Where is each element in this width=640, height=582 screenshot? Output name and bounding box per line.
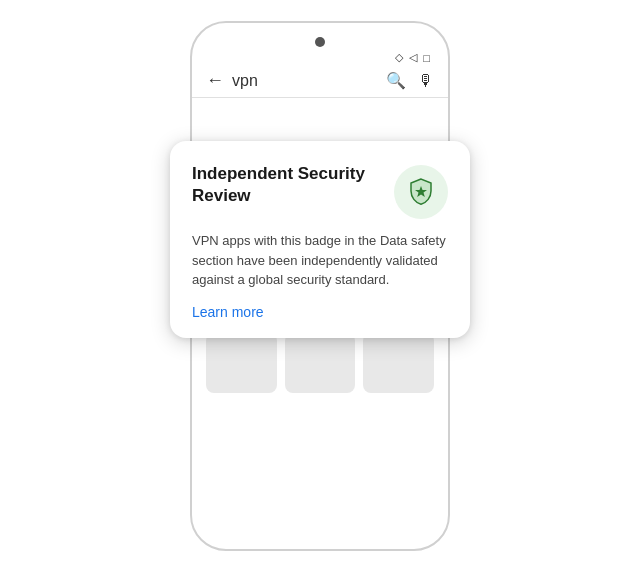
shield-star-icon xyxy=(405,176,437,208)
status-bar: ◇ ◁ □ xyxy=(192,47,448,64)
back-button[interactable]: ← xyxy=(206,70,224,91)
battery-icon: □ xyxy=(423,52,430,64)
card-row xyxy=(206,333,434,393)
security-badge xyxy=(394,165,448,219)
popup-body: VPN apps with this badge in the Data saf… xyxy=(192,231,448,290)
popup-top-row: Independent Security Review xyxy=(192,163,448,219)
popup-title: Independent Security Review xyxy=(192,163,380,207)
mic-icon[interactable]: 🎙 xyxy=(418,72,434,90)
network-icon: ◁ xyxy=(409,51,417,64)
search-icon[interactable]: 🔍 xyxy=(386,71,406,90)
popup-card: Independent Security Review VPN apps wit… xyxy=(170,141,470,338)
card-item-1 xyxy=(206,333,277,393)
card-item-2 xyxy=(285,333,356,393)
card-item-3 xyxy=(363,333,434,393)
learn-more-link[interactable]: Learn more xyxy=(192,304,448,320)
search-action-icons: 🔍 🎙 xyxy=(386,71,434,90)
search-bar[interactable]: ← vpn 🔍 🎙 xyxy=(192,64,448,98)
signal-icon: ◇ xyxy=(395,51,403,64)
search-query: vpn xyxy=(232,72,378,90)
scene: ◇ ◁ □ ← vpn 🔍 🎙 ∧ xyxy=(160,21,480,561)
phone-camera xyxy=(315,37,325,47)
